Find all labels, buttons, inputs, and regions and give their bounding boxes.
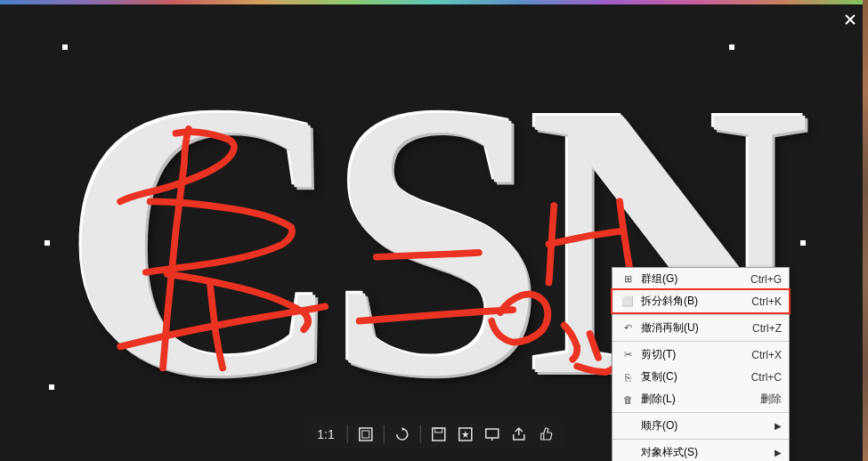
menu-item-undo-duplicate[interactable]: ↶ 撤消再制(U) Ctrl+Z <box>612 317 789 339</box>
fit-screen-button[interactable] <box>353 422 378 447</box>
toolbar-divider <box>384 425 385 443</box>
group-icon: ⊞ <box>620 272 636 287</box>
zoom-label[interactable]: 1:1 <box>310 427 341 441</box>
context-menu: ⊞ 群组(G) Ctrl+G ⬜ 拆分斜角(B) Ctrl+K ↶ 撤消再制(U… <box>612 267 790 461</box>
menu-item-copy[interactable]: ⎘ 复制(C) Ctrl+C <box>612 366 789 388</box>
menu-shortcut: Ctrl+Z <box>752 322 782 335</box>
menu-separator <box>612 314 789 315</box>
selection-handle-tr[interactable] <box>729 44 734 50</box>
menu-item-object-style[interactable]: 对象样式(S) ▶ <box>612 441 789 461</box>
menu-label: 群组(G) <box>641 271 733 287</box>
menu-label: 顺序(O) <box>641 418 775 433</box>
menu-shortcut: Ctrl+K <box>751 295 782 308</box>
svg-rect-2 <box>433 428 445 441</box>
menu-shortcut: Ctrl+X <box>751 349 782 361</box>
menu-shortcut: 删除 <box>760 392 782 407</box>
menu-label: 剪切(T) <box>641 347 734 362</box>
svg-rect-5 <box>486 429 499 438</box>
cut-icon: ✂ <box>620 348 636 362</box>
submenu-arrow-icon: ▶ <box>775 448 782 457</box>
slideshow-button[interactable] <box>480 422 505 447</box>
toolbar-divider <box>420 425 421 443</box>
menu-label: 撤消再制(U) <box>641 320 734 336</box>
menu-item-delete[interactable]: 🗑 删除(L) 删除 <box>612 388 789 410</box>
selection-handle-ml[interactable] <box>45 240 50 246</box>
selection-handle-tl[interactable] <box>62 44 68 50</box>
save-button[interactable] <box>426 422 451 447</box>
toolbar-divider <box>347 425 348 443</box>
menu-separator <box>612 412 789 413</box>
share-button[interactable] <box>507 422 531 447</box>
submenu-arrow-icon: ▶ <box>775 421 782 431</box>
menu-label: 复制(C) <box>641 369 734 384</box>
right-edge-strip <box>863 0 868 461</box>
menu-shortcut: Ctrl+C <box>751 371 782 384</box>
blank-icon <box>620 446 636 460</box>
selection-handle-bl[interactable] <box>49 384 54 390</box>
close-button[interactable] <box>841 11 859 28</box>
break-icon: ⬜ <box>620 295 636 309</box>
menu-item-break-bevel[interactable]: ⬜ 拆分斜角(B) Ctrl+K <box>611 288 791 314</box>
menu-item-group[interactable]: ⊞ 群组(G) Ctrl+G <box>612 268 789 290</box>
undo-icon: ↶ <box>620 321 636 336</box>
menu-label: 对象样式(S) <box>641 445 775 460</box>
rotate-button[interactable] <box>390 422 415 447</box>
viewer-toolbar: 1:1 <box>303 418 564 450</box>
menu-item-cut[interactable]: ✂ 剪切(T) Ctrl+X <box>612 344 789 366</box>
delete-icon: 🗑 <box>620 392 636 407</box>
blank-icon <box>620 419 636 433</box>
menu-separator <box>612 341 789 342</box>
svg-rect-0 <box>360 428 372 441</box>
menu-separator <box>612 439 789 440</box>
like-button[interactable] <box>533 422 558 447</box>
menu-shortcut: Ctrl+G <box>750 273 782 286</box>
svg-rect-1 <box>362 431 369 438</box>
menu-item-order[interactable]: 顺序(O) ▶ <box>612 415 789 437</box>
window-color-strip <box>0 0 868 4</box>
favorite-button[interactable] <box>453 422 478 447</box>
menu-label: 拆分斜角(B) <box>641 294 734 309</box>
menu-label: 删除(L) <box>641 392 742 407</box>
copy-icon: ⎘ <box>620 370 636 384</box>
selection-handle-mr[interactable] <box>800 240 806 246</box>
